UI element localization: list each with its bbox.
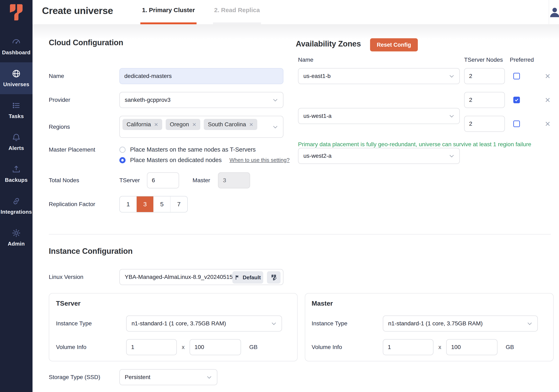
cloud-configuration-heading: Cloud Configuration <box>49 38 123 47</box>
volume-info-label: Volume Info <box>312 344 383 350</box>
availability-zones-heading: Availability Zones <box>296 39 361 48</box>
master-instance-type-select[interactable]: n1-standard-1 (1 core, 3.75GB RAM) <box>383 316 538 332</box>
when-to-use-link[interactable]: When to use this setting? <box>230 157 289 163</box>
linux-version-row: Linux Version YBA-Managed-AlmaLinux-8.9_… <box>49 269 283 285</box>
chip-remove-icon[interactable]: × <box>154 121 158 128</box>
flag-icon <box>235 274 240 280</box>
replication-factor-label: Replication Factor <box>49 201 119 208</box>
region-chip: Oregon × <box>166 119 200 130</box>
storage-type-select[interactable]: Persistent <box>119 369 217 385</box>
instance-configuration-heading: Instance Configuration <box>49 247 132 256</box>
sidebar-item-label: Alerts <box>9 145 24 151</box>
az-zone-select[interactable]: us-east1-b <box>298 68 460 84</box>
tserver-card-title: TServer <box>56 300 81 307</box>
chevron-down-icon <box>207 374 211 379</box>
rf-option-3-selected[interactable]: 3 <box>137 196 154 212</box>
close-icon[interactable]: × <box>545 95 550 104</box>
replication-factor-control: 1 3 5 7 <box>119 196 188 212</box>
chip-remove-icon[interactable]: × <box>192 121 196 128</box>
volume-unit: GB <box>506 344 514 350</box>
universes-icon <box>11 69 21 79</box>
rf-option-5[interactable]: 5 <box>154 196 170 212</box>
linux-version-value: YBA-Managed-AlmaLinux-8.9_v20240515 <box>125 274 233 280</box>
sidebar: Dashboard Universes Tasks Alerts <box>0 0 33 392</box>
linux-version-label: Linux Version <box>49 274 119 280</box>
tserver-volume-count-input[interactable] <box>126 339 177 355</box>
replication-factor-row: Replication Factor 1 3 5 7 <box>49 196 188 212</box>
close-icon[interactable]: × <box>545 72 550 81</box>
chip-remove-icon[interactable]: × <box>249 121 253 128</box>
default-badge: Default <box>232 271 263 284</box>
yba-managed-icon[interactable] <box>267 271 280 284</box>
close-icon[interactable]: × <box>545 119 550 128</box>
chevron-down-icon <box>449 113 454 118</box>
chevron-down-icon <box>273 97 278 101</box>
radio-unselected-icon[interactable] <box>119 147 126 153</box>
master-volume-size-input[interactable] <box>446 339 497 355</box>
instance-type-label: Instance Type <box>312 320 383 327</box>
az-col-name: Name <box>298 56 313 63</box>
user-avatar-icon[interactable] <box>548 6 559 19</box>
tserver-card: TServer Instance Type n1-standard-1 (1 c… <box>49 293 298 361</box>
storage-type-row: Storage Type (SSD) Persistent <box>49 369 217 385</box>
regions-row: Regions California × Oregon × South Caro… <box>49 116 283 138</box>
sidebar-item-alerts[interactable]: Alerts <box>0 126 33 158</box>
tserver-instance-type-select[interactable]: n1-standard-1 (1 core, 3.75GB RAM) <box>126 316 282 332</box>
tserver-instance-type-row: Instance Type n1-standard-1 (1 core, 3.7… <box>56 316 282 332</box>
chevron-down-icon <box>273 124 278 128</box>
az-col-tserver-nodes: TServer Nodes <box>464 56 503 63</box>
create-universe-page: Dashboard Universes Tasks Alerts <box>0 0 559 392</box>
az-nodes-input[interactable] <box>464 68 505 84</box>
sidebar-item-tasks[interactable]: Tasks <box>0 94 33 126</box>
master-count-label: Master <box>193 177 210 184</box>
preferred-checkbox-unchecked[interactable] <box>513 120 520 127</box>
chevron-down-icon <box>528 321 532 325</box>
chevron-down-icon <box>449 153 454 157</box>
sidebar-item-label: Universes <box>3 81 29 88</box>
volume-multiplier: x <box>182 344 185 350</box>
master-card-title: Master <box>312 300 333 307</box>
sidebar-item-label: Backups <box>5 177 28 183</box>
regions-label: Regions <box>49 124 119 130</box>
geo-redundancy-status: Primary data placement is fully geo-redu… <box>298 141 537 148</box>
sidebar-item-admin[interactable]: Admin <box>0 222 33 254</box>
linux-version-field[interactable]: YBA-Managed-AlmaLinux-8.9_v20240515 Defa… <box>119 269 283 285</box>
placement-option-same-nodes[interactable]: Place Masters on the same nodes as T-Ser… <box>119 146 289 153</box>
az-zone-select[interactable]: us-west2-a <box>298 148 460 164</box>
master-nodes-input <box>218 172 250 188</box>
total-nodes-row: Total Nodes TServer Master <box>49 172 250 188</box>
integrations-icon <box>11 196 21 207</box>
placement-option-dedicated-nodes[interactable]: Place Masters on dedicated nodes When to… <box>119 157 289 164</box>
name-label: Name <box>49 73 119 79</box>
sidebar-item-backups[interactable]: Backups <box>0 158 33 190</box>
universe-name-input[interactable] <box>119 68 283 84</box>
reset-config-button[interactable]: Reset Config <box>370 38 418 51</box>
admin-icon <box>11 228 21 238</box>
sidebar-item-integrations[interactable]: Integrations <box>0 190 33 222</box>
header-shadow <box>33 24 559 39</box>
total-nodes-label: Total Nodes <box>49 177 119 184</box>
master-volume-count-input[interactable] <box>383 339 433 355</box>
sidebar-item-dashboard[interactable]: Dashboard <box>0 30 33 62</box>
tserver-nodes-input[interactable] <box>147 172 179 188</box>
tab-read-replica[interactable]: 2. Read Replica <box>213 0 261 24</box>
volume-unit: GB <box>249 344 258 350</box>
tserver-volume-size-input[interactable] <box>190 339 241 355</box>
provider-row: Provider sanketh-gcpprov3 <box>49 92 283 108</box>
tab-primary-cluster[interactable]: 1. Primary Cluster <box>140 0 196 24</box>
chevron-down-icon <box>272 321 276 325</box>
page-title: Create universe <box>42 5 113 16</box>
top-bar: Create universe 1. Primary Cluster 2. Re… <box>33 0 559 24</box>
radio-selected-icon[interactable] <box>119 157 126 163</box>
preferred-checkbox-checked[interactable] <box>513 97 520 103</box>
provider-select[interactable]: sanketh-gcpprov3 <box>119 92 283 108</box>
regions-multiselect[interactable]: California × Oregon × South Carolina × <box>119 116 283 138</box>
preferred-checkbox-unchecked[interactable] <box>513 73 520 79</box>
az-nodes-input[interactable] <box>464 92 505 108</box>
rf-option-7[interactable]: 7 <box>170 196 187 212</box>
sidebar-item-label: Integrations <box>1 209 32 215</box>
rf-option-1[interactable]: 1 <box>120 196 137 212</box>
az-zone-select[interactable]: us-west1-a <box>298 108 460 124</box>
az-nodes-input[interactable] <box>464 116 505 132</box>
sidebar-item-universes[interactable]: Universes <box>0 62 33 94</box>
